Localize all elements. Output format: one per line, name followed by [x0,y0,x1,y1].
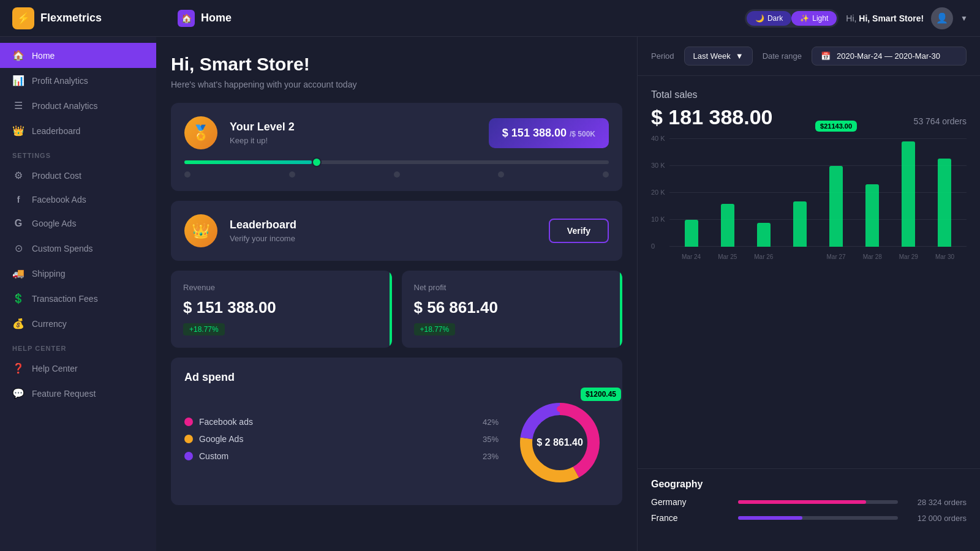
level-icon: 🏅 [184,116,217,149]
bar-mar29: Mar 29 [892,139,925,247]
progress-fill [184,160,312,164]
sidebar-item-home[interactable]: 🏠 Home [0,43,156,68]
level-subtitle: Keep it up! [230,136,477,145]
donut-tooltip: $1200.45 [581,388,621,401]
right-panel: Period Last Week ▼ Date range 📅 2020-Mar… [637,37,980,551]
bar-tooltip-mar27: $21143.00 [815,121,857,132]
bar-value-mar28 [865,184,879,247]
sidebar-item-google-ads[interactable]: G Google Ads [0,211,156,236]
light-mode-button[interactable]: ✨ Light [791,11,837,26]
sidebar-item-facebook-ads[interactable]: f Facebook Ads [0,188,156,211]
marker-5 [603,171,609,178]
geography-section: Geography Germany 28 324 orders France 1… [638,468,980,539]
theme-toggle: 🌙 Dark ✨ Light [745,9,839,28]
level-progress-bar [184,160,609,164]
geo-bar-france [738,516,898,520]
top-bar-right: 🌙 Dark ✨ Light Hi, Hi, Smart Store! 👤 ▼ [745,7,968,29]
google-icon: G [12,218,24,229]
ad-item-custom: Custom 23% [184,451,499,461]
period-label: Period [651,51,674,61]
chevron-down-icon[interactable]: ▼ [960,14,968,23]
settings-section-label: SETTINGS [0,143,156,163]
google-ads-pct: 35% [483,435,499,444]
bar-value-mar26 [757,223,771,247]
sidebar-item-currency[interactable]: 💰 Currency [0,311,156,336]
custom-spends-icon: ⊙ [12,242,24,254]
progress-markers [184,171,609,178]
bar-value-mar26b [793,201,807,247]
sidebar-item-transaction-fees[interactable]: 💲 Transaction Fees [0,286,156,311]
top-bar-center: 🏠 Home [165,10,745,27]
revenue-badge: +18.77% [183,323,225,335]
sidebar-item-custom-spends[interactable]: ⊙ Custom Spends [0,236,156,261]
leaderboard-subtitle: Verify your income [230,234,537,243]
marker-3 [394,171,400,178]
geo-name-germany: Germany [651,497,731,507]
sidebar-item-product-cost[interactable]: ⚙ Product Cost [0,163,156,188]
greeting-title: Hi, Smart Store! [171,54,622,75]
currency-icon: 💰 [12,318,24,329]
list-icon: ☰ [12,100,24,111]
sidebar-item-profit-analytics[interactable]: 📊 Profit Analytics [0,68,156,93]
shipping-icon: 🚚 [12,268,24,279]
y-label-40k: 40 K [651,135,665,142]
help-section-label: HELP CENTER [0,336,156,356]
geo-name-france: France [651,513,731,523]
leaderboard-card: 👑 Leaderboard Verify your income Verify [171,201,622,261]
marker-1 [184,171,190,178]
y-label-10k: 10 K [651,216,665,223]
sidebar-item-help-center[interactable]: ❓ Help Center [0,356,156,381]
bar-value-mar30 [938,159,951,247]
sidebar-item-feature-request[interactable]: 💬 Feature Request [0,381,156,406]
level-amount: $ 151 388.00 /$ 500K [489,118,609,148]
date-range-label: Date range [763,51,802,61]
donut-chart: $1200.45 $ 2 [511,394,609,492]
geo-bar-germany [738,500,898,504]
geo-orders-germany: 28 324 orders [905,498,967,507]
comment-icon: 💬 [12,388,24,399]
marker-4 [498,171,504,178]
sidebar-item-shipping[interactable]: 🚚 Shipping [0,261,156,286]
page-title: Home [201,12,232,24]
net-profit-badge: +18.77% [414,323,456,335]
chevron-icon: ▼ [736,51,744,61]
net-profit-card: Net profit $ 56 861.40 +18.77% [402,271,623,348]
geo-orders-france: 12 000 orders [905,514,967,523]
custom-dot [184,452,193,460]
period-select[interactable]: Last Week ▼ [684,47,753,66]
home-nav-icon: 🏠 [178,10,195,27]
geo-fill-germany [738,500,866,504]
avatar[interactable]: 👤 [931,7,953,29]
main-layout: 🏠 Home 📊 Profit Analytics ☰ Product Anal… [0,37,980,551]
leaderboard-info: Leaderboard Verify your income [230,219,537,243]
level-card: 🏅 Your Level 2 Keep it up! $ 151 388.00 … [171,103,622,191]
bar-mar26b [783,139,816,247]
dark-mode-button[interactable]: 🌙 Dark [747,11,791,26]
google-ads-label: Google Ads [199,434,477,444]
ad-spend-content: Facebook ads 42% Google Ads 35% Custom 2… [184,394,609,492]
bar-chart: 40 K 30 K 20 K 10 K 0 [651,139,967,261]
bars-container: Mar 24 Mar 25 Mar 26 [669,139,967,247]
content: Hi, Smart Store! Here's what's happening… [156,37,980,551]
logo: ⚡ Flexmetrics [12,7,165,29]
total-sales-label: Total sales [651,89,967,100]
sidebar-item-product-analytics[interactable]: ☰ Product Analytics [0,93,156,118]
google-dot [184,435,193,443]
bar-value-mar24 [685,220,698,247]
bar-mar26: Mar 26 [747,139,780,247]
verify-button[interactable]: Verify [549,219,609,243]
date-range-picker[interactable]: 📅 2020-Mar-24 — 2020-Mar-30 [812,47,967,66]
bar-mar30: Mar 30 [928,139,962,247]
leaderboard-icon: 👑 [184,214,217,247]
bar-mar28: Mar 28 [856,139,889,247]
revenue-label: Revenue [183,283,380,292]
sidebar-item-leaderboard[interactable]: 👑 Leaderboard [0,118,156,143]
geography-title: Geography [651,479,967,490]
total-sales-value: $ 181 388.00 [651,105,773,129]
ad-spend-list: Facebook ads 42% Google Ads 35% Custom 2… [184,417,499,468]
facebook-dot [184,418,193,426]
ad-spend-title: Ad spend [184,371,609,384]
facebook-ads-label: Facebook ads [199,417,477,427]
level-title: Your Level 2 [230,121,477,133]
leaderboard-title: Leaderboard [230,219,537,231]
